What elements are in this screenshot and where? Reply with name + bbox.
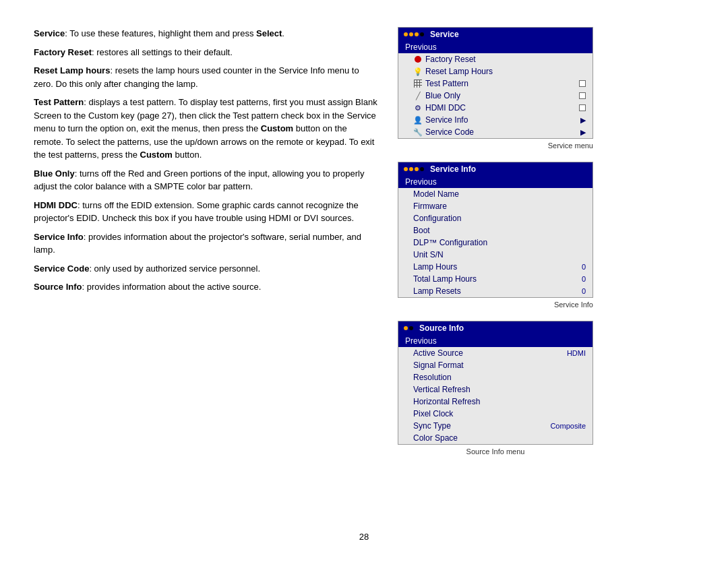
si-dot-1 <box>404 167 408 171</box>
si-item-unit-sn-label: Unit S/N <box>413 250 444 259</box>
src-item-signal-format: Signal Format <box>398 359 593 371</box>
si-item-dlp-config-label: DLP™ Configuration <box>413 238 487 247</box>
service-item-hdmi-ddc-checkbox[interactable] <box>579 104 586 111</box>
dot-2 <box>409 32 413 36</box>
paragraph-3: Reset Lamp hours: resets the lamp hours … <box>34 64 377 90</box>
si-item-unit-sn: Unit S/N <box>398 249 593 261</box>
service-menu-panel: Service Previous Factory Reset <box>398 27 593 139</box>
src-item-color-space-label: Color Space <box>413 433 458 443</box>
red-circle-icon <box>413 55 423 64</box>
left-column: Service: To use these features, highligh… <box>34 27 391 535</box>
src-item-sync-type: Sync Type Composite <box>398 420 593 432</box>
service-item-hdmi-ddc-label: HDMI DDC <box>425 103 466 113</box>
paragraph-1: Service: To use these features, highligh… <box>34 27 377 40</box>
service-menu-dots <box>404 32 424 36</box>
service-info-previous: Previous <box>398 176 593 188</box>
service-item-service-code-label-row: 🔧 Service Code <box>413 127 474 137</box>
service-item-blue-only-label: Blue Only <box>425 91 460 100</box>
bold-custom-1: Custom <box>261 123 293 133</box>
src-item-signal-format-label: Signal Format <box>413 361 464 370</box>
si-item-total-lamp-hours-value: 0 <box>582 275 586 283</box>
dot-3 <box>415 32 419 36</box>
si-item-lamp-resets-label: Lamp Resets <box>413 286 461 296</box>
service-item-test-pattern: Test Pattern <box>398 77 593 90</box>
si-item-model-name-label: Model Name <box>413 189 459 199</box>
bold-service: Service <box>34 28 65 38</box>
bold-source-info: Source Info <box>34 282 82 292</box>
service-item-service-info-label: Service Info <box>425 115 468 125</box>
src-item-active-source: Active Source HDMI <box>398 347 593 359</box>
dot-4 <box>420 32 424 36</box>
lamp-icon: 💡 <box>413 67 423 76</box>
si-item-lamp-hours-value: 0 <box>582 263 586 271</box>
slash-icon: ╱ <box>413 91 423 100</box>
service-item-factory-reset-label-row: Factory Reset <box>413 55 476 64</box>
service-item-service-code: 🔧 Service Code ▶ <box>398 126 593 138</box>
paragraph-8: Service Code: only used by authorized se… <box>34 262 377 276</box>
src-item-vertical-refresh-label: Vertical Refresh <box>413 385 471 394</box>
wrench-icon: 🔧 <box>413 127 423 137</box>
si-item-lamp-resets: Lamp Resets 0 <box>398 285 593 297</box>
bold-select: Select <box>256 28 282 38</box>
service-item-test-pattern-checkbox[interactable] <box>579 80 586 87</box>
service-item-reset-lamp: 💡 Reset Lamp Hours <box>398 65 593 77</box>
bold-hdmi-ddc: HDMI DDC <box>34 200 78 210</box>
service-item-service-code-label: Service Code <box>425 127 474 137</box>
service-menu-title-bar: Service <box>398 28 593 41</box>
page-number: 28 <box>359 532 369 542</box>
bold-custom-2: Custom <box>140 150 173 160</box>
bold-test-pattern: Test Pattern <box>34 97 84 107</box>
service-item-test-pattern-label-row: Test Pattern <box>413 79 468 88</box>
src-item-horizontal-refresh-label: Horizontal Refresh <box>413 397 480 406</box>
source-info-menu-label: Source Info menu <box>398 447 593 456</box>
si-item-lamp-resets-value: 0 <box>582 287 586 295</box>
si-item-firmware-label: Firmware <box>413 201 447 211</box>
paragraph-9: Source Info: provides information about … <box>34 280 377 294</box>
bold-blue-only: Blue Only <box>34 168 75 179</box>
src-item-sync-type-value: Composite <box>550 422 586 430</box>
service-item-reset-lamp-label-row: 💡 Reset Lamp Hours <box>413 67 493 76</box>
src-item-horizontal-refresh: Horizontal Refresh <box>398 396 593 408</box>
person-icon: 👤 <box>413 115 423 125</box>
src-dot-1 <box>404 326 408 330</box>
service-info-menu-row: Service Info Previous Model Name Firmwar… <box>398 162 674 309</box>
si-item-dlp-config: DLP™ Configuration <box>398 237 593 249</box>
si-item-boot: Boot <box>398 224 593 237</box>
source-info-menu-row: Source Info Previous Active Source HDMI … <box>398 321 674 456</box>
paragraph-4: Test Pattern: displays a test pattern. T… <box>34 96 377 162</box>
service-item-service-info-label-row: 👤 Service Info <box>413 115 468 125</box>
service-item-service-code-arrow: ▶ <box>580 128 586 137</box>
bold-service-info: Service Info <box>34 232 84 242</box>
service-item-blue-only-checkbox[interactable] <box>579 92 586 99</box>
service-menu-previous: Previous <box>398 41 593 53</box>
paragraph-7: Service Info: provides information about… <box>34 230 377 257</box>
src-item-active-source-label: Active Source <box>413 348 463 358</box>
service-item-factory-reset: Factory Reset <box>398 53 593 65</box>
src-item-resolution-label: Resolution <box>413 373 452 382</box>
service-menu-title-text: Service <box>430 30 459 39</box>
si-item-firmware: Firmware <box>398 200 593 212</box>
bold-service-code: Service Code <box>34 263 89 274</box>
bold-reset-lamp: Reset Lamp hours <box>34 65 110 75</box>
right-column: Service Previous Factory Reset <box>391 27 674 535</box>
si-item-configuration-label: Configuration <box>413 214 461 223</box>
src-item-active-source-value: HDMI <box>567 349 586 357</box>
si-dot-4 <box>420 167 424 171</box>
paragraph-6: HDMI DDC: turns off the EDID extension. … <box>34 199 377 225</box>
service-item-service-info-arrow: ▶ <box>580 116 586 125</box>
service-info-menu-panel: Service Info Previous Model Name Firmwar… <box>398 162 593 298</box>
source-info-dots <box>404 326 413 330</box>
service-menu-row: Service Previous Factory Reset <box>398 27 674 150</box>
src-item-pixel-clock: Pixel Clock <box>398 408 593 420</box>
service-info-dots <box>404 167 424 171</box>
src-item-color-space: Color Space <box>398 432 593 444</box>
src-item-pixel-clock-label: Pixel Clock <box>413 409 453 418</box>
si-dot-3 <box>415 167 419 171</box>
service-item-blue-only-label-row: ╱ Blue Only <box>413 91 460 100</box>
src-item-vertical-refresh: Vertical Refresh <box>398 383 593 396</box>
service-item-blue-only: ╱ Blue Only <box>398 90 593 102</box>
si-item-total-lamp-hours: Total Lamp Hours 0 <box>398 273 593 285</box>
si-item-boot-label: Boot <box>413 226 430 235</box>
service-info-title-bar: Service Info <box>398 162 593 176</box>
si-item-configuration: Configuration <box>398 212 593 224</box>
